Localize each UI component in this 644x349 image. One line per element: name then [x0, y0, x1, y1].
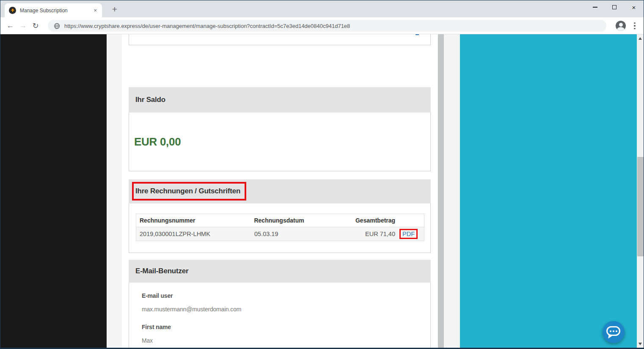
browser-toolbar: ← → ↻ https://www.cryptshare.express/de/… — [0, 17, 644, 34]
invoice-amount: EUR 71,40 — [356, 231, 395, 237]
left-dark-panel — [0, 34, 107, 348]
right-cyan-panel — [460, 34, 637, 348]
inner-scrollbar[interactable] — [438, 34, 444, 348]
globe-icon — [54, 23, 60, 29]
maximize-icon — [612, 5, 616, 9]
invoices-section-header: Ihre Rechnungen / Gutschriften — [129, 179, 431, 203]
red-annotation-box: PDF — [399, 229, 418, 239]
saldo-section-body: EUR 0,00 — [129, 113, 431, 171]
profile-button[interactable] — [616, 21, 626, 31]
browser-menu-icon[interactable] — [631, 21, 638, 30]
invoice-number: 2019,030001LZPR-LHMK — [136, 231, 254, 237]
tab-strip: Manage Subscription × + × — [0, 0, 644, 17]
url-text: https://www.cryptshare.express/de/user-m… — [64, 23, 350, 29]
back-icon[interactable]: ← — [4, 21, 17, 30]
tab-manage-subscription[interactable]: Manage Subscription × — [5, 3, 102, 17]
invoices-title: Ihre Rechnungen / Gutschriften — [135, 187, 240, 195]
email-user-title: E-Mail-Benutzer — [135, 267, 188, 275]
field-value: Max — [142, 337, 153, 344]
reload-icon[interactable]: ↻ — [29, 21, 42, 30]
browser-window: Manage Subscription × + × ← → ↻ https://… — [0, 0, 644, 349]
tab-title: Manage Subscription — [20, 8, 89, 14]
chat-bubble-tail — [608, 335, 613, 339]
forward-icon: → — [17, 21, 29, 30]
cryptshare-favicon-icon — [9, 7, 16, 14]
maximize-button[interactable] — [605, 0, 624, 14]
minimize-button[interactable] — [585, 0, 605, 14]
column-header: Rechnungsnummer — [136, 217, 254, 224]
cutoff-section-box — [129, 34, 431, 45]
new-tab-button[interactable]: + — [109, 4, 121, 16]
window-controls: × — [585, 0, 644, 14]
scrollbar-thumb[interactable] — [637, 157, 644, 256]
invoices-section-body: Rechnungsnummer Rechnungsdatum Gesamtbet… — [129, 203, 431, 253]
minimize-icon — [593, 7, 597, 8]
table-row: 2019,030001LZPR-LHMK 05.03.19 EUR 71,40 … — [136, 227, 424, 241]
field-value: max.mustermann@musterdomain.com — [142, 305, 241, 313]
cutoff-blue-element — [416, 34, 419, 35]
red-annotation-box: Ihre Rechnungen / Gutschriften — [132, 182, 246, 201]
profile-icon — [619, 23, 623, 27]
saldo-title: Ihr Saldo — [135, 96, 165, 104]
invoices-table: Rechnungsnummer Rechnungsdatum Gesamtbet… — [136, 214, 424, 241]
close-icon: × — [632, 4, 636, 11]
close-button[interactable]: × — [624, 0, 644, 14]
saldo-section-header: Ihr Saldo — [129, 87, 431, 113]
column-header: Rechnungsdatum — [254, 217, 355, 224]
balance-amount: EUR 0,00 — [134, 135, 181, 148]
invoice-date: 05.03.19 — [254, 231, 356, 237]
email-user-section-body: E-mail user max.mustermann@musterdomain.… — [129, 283, 431, 348]
scroll-up-icon[interactable] — [638, 37, 642, 40]
email-user-section-header: E-Mail-Benutzer — [129, 260, 431, 283]
scroll-down-icon[interactable] — [638, 343, 642, 345]
pdf-link[interactable]: PDF — [402, 231, 415, 237]
tab-close-icon[interactable]: × — [92, 7, 99, 14]
chat-widget-button[interactable] — [603, 321, 625, 343]
column-header: Gesamtbetrag — [355, 217, 395, 224]
field-label: First name — [142, 323, 171, 331]
invoices-table-header: Rechnungsnummer Rechnungsdatum Gesamtbet… — [136, 214, 424, 227]
field-label: E-mail user — [142, 292, 173, 300]
page-content: Ihr Saldo EUR 0,00 Ihre Rechnungen / Gut… — [0, 34, 644, 348]
vertical-scrollbar[interactable] — [637, 34, 644, 348]
address-bar[interactable]: https://www.cryptshare.express/de/user-m… — [48, 20, 606, 32]
